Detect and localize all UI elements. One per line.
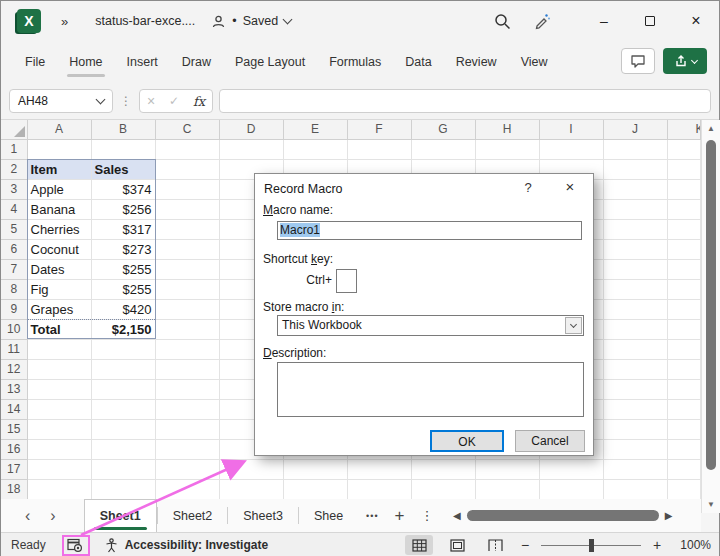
cell-E1[interactable] [283, 139, 347, 159]
cell-K17[interactable] [667, 459, 701, 479]
close-button[interactable]: × [673, 1, 719, 41]
cell-B14[interactable] [91, 399, 155, 419]
cell-B9[interactable]: $420 [91, 299, 155, 319]
cell-A16[interactable] [27, 439, 91, 459]
cell-A12[interactable] [27, 359, 91, 379]
accessibility-status[interactable]: Accessibility: Investigate [104, 538, 268, 553]
cell-B17[interactable] [91, 459, 155, 479]
cell-K7[interactable] [667, 259, 701, 279]
maximize-button[interactable] [627, 1, 673, 41]
shortcut-key-input[interactable] [336, 269, 357, 293]
row-header-7[interactable]: 7 [1, 259, 27, 279]
cell-A17[interactable] [27, 459, 91, 479]
cell-C13[interactable] [155, 379, 219, 399]
column-header-C[interactable]: C [155, 120, 219, 139]
row-header-3[interactable]: 3 [1, 179, 27, 199]
cell-F18[interactable] [347, 479, 411, 499]
select-all-corner[interactable] [1, 120, 27, 139]
cell-G17[interactable] [411, 459, 475, 479]
cell-K1[interactable] [667, 139, 701, 159]
cell-B4[interactable]: $256 [91, 199, 155, 219]
cell-C8[interactable] [155, 279, 219, 299]
cell-J6[interactable] [603, 239, 667, 259]
cell-E18[interactable] [283, 479, 347, 499]
cell-F1[interactable] [347, 139, 411, 159]
row-header-13[interactable]: 13 [1, 379, 27, 399]
sheet-tab-shee[interactable]: Shee [299, 499, 358, 532]
cell-A6[interactable]: Coconut [27, 239, 91, 259]
sheet-nav-left-icon[interactable]: ‹ [25, 507, 30, 525]
cell-J15[interactable] [603, 419, 667, 439]
cell-C2[interactable] [155, 159, 219, 179]
cell-J7[interactable] [603, 259, 667, 279]
cell-H1[interactable] [475, 139, 539, 159]
cell-B2[interactable]: Sales [91, 159, 155, 179]
excel-logo-icon[interactable]: X [17, 9, 41, 33]
row-header-14[interactable]: 14 [1, 399, 27, 419]
cell-C10[interactable] [155, 319, 219, 339]
cell-B8[interactable]: $255 [91, 279, 155, 299]
cell-J18[interactable] [603, 479, 667, 499]
ribbon-tab-home[interactable]: Home [57, 49, 114, 75]
sheet-more-button[interactable]: ⋮ [421, 508, 434, 523]
cell-J2[interactable] [603, 159, 667, 179]
cell-C16[interactable] [155, 439, 219, 459]
horizontal-scrollbar-thumb[interactable] [467, 510, 659, 521]
cell-C3[interactable] [155, 179, 219, 199]
cell-A8[interactable]: Fig [27, 279, 91, 299]
cell-C1[interactable] [155, 139, 219, 159]
column-header-D[interactable]: D [219, 120, 283, 139]
cell-A2[interactable]: Item [27, 159, 91, 179]
cell-J9[interactable] [603, 299, 667, 319]
row-header-2[interactable]: 2 [1, 159, 27, 179]
cell-K14[interactable] [667, 399, 701, 419]
row-header-16[interactable]: 16 [1, 439, 27, 459]
cell-K13[interactable] [667, 379, 701, 399]
description-textarea[interactable] [277, 362, 584, 417]
cell-C4[interactable] [155, 199, 219, 219]
cell-J14[interactable] [603, 399, 667, 419]
cell-C9[interactable] [155, 299, 219, 319]
scroll-left-icon[interactable]: ◀ [453, 510, 461, 521]
cell-K18[interactable] [667, 479, 701, 499]
cell-J4[interactable] [603, 199, 667, 219]
cell-I17[interactable] [539, 459, 603, 479]
dialog-help-button[interactable]: ? [517, 180, 539, 195]
cell-C18[interactable] [155, 479, 219, 499]
column-header-E[interactable]: E [283, 120, 347, 139]
cell-K10[interactable] [667, 319, 701, 339]
vertical-scrollbar-thumb[interactable] [706, 140, 716, 470]
cell-J16[interactable] [603, 439, 667, 459]
vertical-scrollbar[interactable]: ▲ ▼ [701, 120, 720, 513]
row-header-4[interactable]: 4 [1, 199, 27, 219]
cell-K2[interactable] [667, 159, 701, 179]
cell-A11[interactable] [27, 339, 91, 359]
autosave-status[interactable]: • Saved [211, 14, 291, 29]
sheet-tab-sheet1[interactable]: Sheet1 [84, 499, 157, 532]
row-header-1[interactable]: 1 [1, 139, 27, 159]
cell-F17[interactable] [347, 459, 411, 479]
cell-C15[interactable] [155, 419, 219, 439]
column-header-K[interactable]: K [667, 120, 701, 139]
cell-J12[interactable] [603, 359, 667, 379]
column-header-A[interactable]: A [27, 120, 91, 139]
view-page-layout-button[interactable] [443, 535, 471, 555]
row-header-17[interactable]: 17 [1, 459, 27, 479]
row-header-10[interactable]: 10 [1, 319, 27, 339]
ribbon-tab-data[interactable]: Data [393, 49, 443, 75]
sheet-tab-sheet3[interactable]: Sheet3 [228, 499, 298, 532]
cell-K8[interactable] [667, 279, 701, 299]
store-macro-select[interactable]: This Workbook [277, 315, 584, 336]
cell-J11[interactable] [603, 339, 667, 359]
ribbon-tab-review[interactable]: Review [444, 49, 509, 75]
column-header-H[interactable]: H [475, 120, 539, 139]
formula-bar-more-icon[interactable]: ⋮ [120, 94, 132, 108]
cell-J1[interactable] [603, 139, 667, 159]
cell-C5[interactable] [155, 219, 219, 239]
search-icon[interactable] [494, 13, 511, 30]
cell-C12[interactable] [155, 359, 219, 379]
column-header-F[interactable]: F [347, 120, 411, 139]
row-header-15[interactable]: 15 [1, 419, 27, 439]
enter-entry-icon[interactable]: ✓ [169, 94, 179, 108]
view-page-break-button[interactable] [481, 535, 509, 555]
